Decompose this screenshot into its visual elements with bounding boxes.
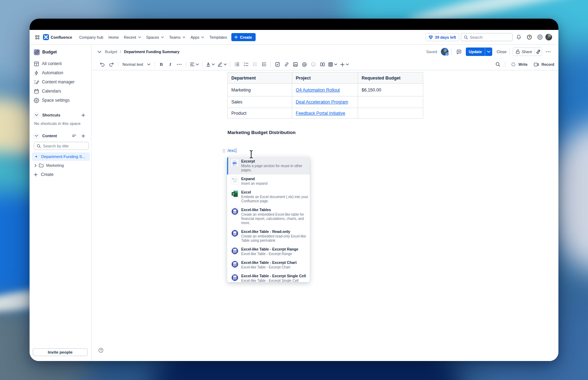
comments-button[interactable]	[455, 48, 463, 56]
insert-table-button[interactable]	[327, 60, 338, 69]
table-header-cell[interactable]: Requested Budget	[358, 72, 423, 84]
slash-menu-item-excel-like-table-excerpt-chart[interactable]: Excel-like Table - Excerpt ChartExcel-li…	[227, 258, 310, 272]
slash-menu-item-excel-like-tables[interactable]: Excel-like TablesCreate an embedded Exce…	[227, 205, 310, 227]
global-search[interactable]	[461, 33, 513, 41]
navbar-item-recent[interactable]: Recent	[124, 33, 141, 42]
table-cell[interactable]	[358, 108, 423, 119]
alignment-button[interactable]	[189, 60, 200, 69]
update-options-button[interactable]	[485, 48, 492, 56]
slash-menu-item-excerpt[interactable]: ExcerptMarks a page section for reuse in…	[227, 157, 310, 175]
project-link[interactable]: Q4 Automation Rollout	[296, 88, 340, 93]
settings-button[interactable]	[535, 33, 544, 42]
help-floating-button[interactable]: ?	[98, 348, 104, 353]
tree-item-marketing[interactable]: Marketing	[32, 161, 90, 170]
more-formatting-button[interactable]	[175, 60, 183, 69]
table-cell[interactable]: Marketing	[228, 84, 292, 96]
sidebar-item-calendars[interactable]: Calendars	[30, 87, 91, 96]
loom-record-button[interactable]: Record	[533, 60, 555, 69]
table-header-cell[interactable]: Project	[292, 72, 358, 84]
navbar-item-templates[interactable]: Templates	[209, 33, 227, 42]
filter-content-button[interactable]	[71, 133, 77, 139]
collapse-content-button[interactable]	[34, 133, 39, 139]
slash-menu-item-excel-like-table-excerpt-single-cell[interactable]: Excel-like Table - Excerpt Single CellEx…	[227, 272, 310, 282]
editor-canvas[interactable]: DepartmentProjectRequested BudgetMarketi…	[92, 70, 558, 361]
table-cell[interactable]	[358, 96, 423, 108]
invite-people-button[interactable]: Invite people	[33, 348, 88, 356]
project-link[interactable]: Deal Acceleration Program	[296, 100, 348, 104]
navbar-item-teams[interactable]: Teams	[169, 33, 185, 42]
more-actions-button[interactable]	[545, 50, 551, 53]
slash-menu-item-excel[interactable]: XExcelEmbeds an Excel document (.xls) in…	[227, 188, 310, 205]
indent-button[interactable]	[260, 60, 268, 69]
sidebar-item-space-settings[interactable]: Space settings	[30, 96, 91, 105]
add-content-button[interactable]	[80, 133, 86, 139]
navbar-item-company-hub[interactable]: Company hub	[79, 33, 104, 42]
breadcrumb-collapse-button[interactable]	[98, 51, 101, 53]
sidebar-item-automation[interactable]: Automation	[30, 68, 91, 77]
table-header-cell[interactable]: Department	[228, 72, 292, 84]
emoji-button[interactable]	[309, 60, 318, 69]
highlight-button[interactable]	[217, 60, 228, 69]
bold-button[interactable]: B	[157, 60, 165, 69]
navbar-item-home[interactable]: Home	[108, 33, 119, 42]
project-link[interactable]: Feedback Portal Initiative	[296, 111, 345, 116]
undo-button[interactable]	[98, 60, 107, 69]
user-avatar[interactable]	[545, 34, 552, 40]
slash-menu-item-excel-like-table-excerpt-range[interactable]: Excel-like Table - Excerpt RangeExcel-li…	[227, 245, 310, 258]
share-button[interactable]: Share	[513, 48, 534, 56]
text-style-select[interactable]: Normal text	[121, 60, 152, 69]
page-header: Budget / Department Funding Summary Save…	[92, 45, 558, 59]
content-search[interactable]	[34, 142, 89, 150]
table-cell[interactable]: Feedback Portal Initiative	[292, 108, 358, 119]
redo-button[interactable]	[107, 60, 115, 69]
slash-menu-item-desc: Create an embedded Excel-like table for …	[241, 213, 308, 225]
copy-link-button[interactable]	[534, 48, 542, 56]
loom-write-button[interactable]: Write	[510, 60, 528, 69]
text-color-button[interactable]: A	[205, 60, 216, 69]
task-list-button[interactable]	[273, 60, 282, 69]
breadcrumb-space-link[interactable]: Budget	[105, 50, 117, 54]
update-button[interactable]: Update	[466, 48, 484, 56]
app-switcher-button[interactable]	[35, 33, 39, 42]
notifications-button[interactable]	[514, 33, 523, 42]
sidebar-item-all-content[interactable]: All content	[30, 59, 91, 68]
sidebar-create-button[interactable]: Create	[30, 170, 91, 179]
table-cell[interactable]: Deal Acceleration Program	[292, 96, 358, 108]
collapse-shortcuts-button[interactable]	[34, 113, 39, 118]
collaborator-avatar[interactable]: K	[441, 48, 449, 56]
sidebar-item-content-manager[interactable]: Content manager	[30, 77, 91, 87]
insert-image-button[interactable]	[291, 60, 300, 69]
chevron-right-icon[interactable]	[35, 164, 37, 167]
drag-handle-icon[interactable]	[223, 149, 225, 153]
content-search-input[interactable]	[43, 144, 86, 148]
slash-command-line[interactable]: /exc	[227, 147, 423, 154]
table-cell[interactable]: Sales	[228, 96, 292, 108]
add-shortcut-button[interactable]	[80, 112, 86, 118]
shortcuts-section-header: Shortcuts	[30, 111, 91, 119]
create-button[interactable]: Create	[231, 33, 255, 41]
confluence-logo-text[interactable]: Confluence	[51, 35, 72, 39]
slash-menu-item-expand[interactable]: ExpandInsert an expand	[227, 175, 310, 188]
insert-link-button[interactable]	[282, 60, 291, 69]
close-button[interactable]: Close	[497, 50, 507, 54]
navbar-item-apps[interactable]: Apps	[190, 33, 204, 42]
numbered-list-button[interactable]: 12	[242, 60, 250, 69]
global-search-input[interactable]	[470, 35, 510, 39]
tree-item-department-funding-s-[interactable]: Department Funding S...	[32, 152, 90, 161]
mention-button[interactable]	[300, 60, 309, 69]
table-cell[interactable]: Q4 Automation Rollout	[292, 84, 358, 96]
find-button[interactable]	[494, 60, 502, 69]
slash-menu-item-excel-like-table-read-only[interactable]: Excel-like Table - Read-onlyCreate an em…	[227, 227, 310, 245]
navbar-item-spaces[interactable]: Spaces	[146, 33, 164, 42]
table-cell[interactable]: $6,150.00	[358, 84, 423, 96]
italic-button[interactable]: I	[166, 60, 175, 69]
help-button[interactable]: ?	[525, 33, 534, 42]
bullet-list-button[interactable]	[233, 60, 241, 69]
outdent-button[interactable]	[251, 60, 259, 69]
space-header[interactable]: Budget	[30, 48, 91, 57]
table-cell[interactable]: Product	[228, 108, 292, 119]
trial-days-badge[interactable]: 39 days left	[426, 33, 459, 41]
insert-more-button[interactable]	[339, 60, 350, 69]
confluence-logo-icon[interactable]	[43, 34, 49, 40]
layouts-button[interactable]	[318, 60, 327, 69]
